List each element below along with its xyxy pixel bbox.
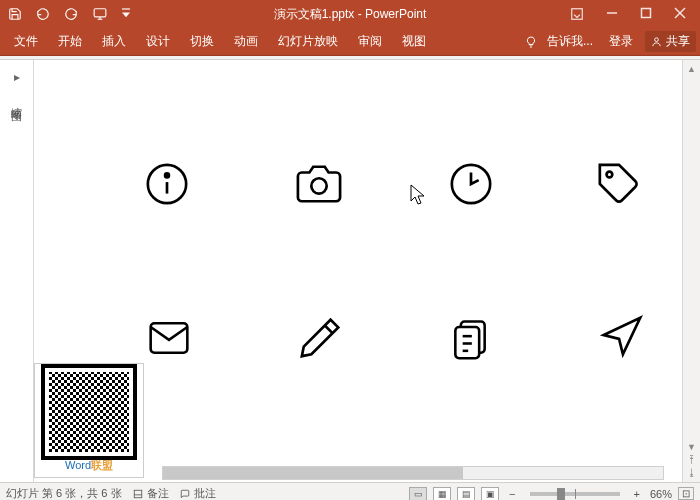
tab-review[interactable]: 审阅 (348, 28, 392, 56)
reading-view-button[interactable]: ▤ (457, 487, 475, 501)
scroll-up-icon[interactable]: ▲ (687, 64, 696, 74)
camera-icon (294, 161, 344, 207)
tell-me-button[interactable]: 告诉我... (543, 28, 597, 56)
tab-transition[interactable]: 切换 (180, 28, 224, 56)
tab-file[interactable]: 文件 (4, 28, 48, 56)
qr-watermark: Word联盟 (34, 363, 144, 478)
quick-access-toolbar (0, 7, 130, 21)
next-slide-icon[interactable]: ⭳ (687, 467, 697, 478)
svg-line-18 (325, 326, 333, 334)
thumbnails-label: 缩略图 (9, 98, 24, 104)
notes-button[interactable]: 备注 (132, 486, 169, 500)
close-icon[interactable] (674, 7, 686, 21)
thumbnail-panel-collapsed: ▸ 缩略图 (0, 60, 34, 482)
comments-button[interactable]: 批注 (179, 486, 216, 500)
minimize-icon[interactable] (606, 7, 618, 21)
share-button[interactable]: 共享 (645, 31, 696, 52)
svg-point-16 (607, 172, 613, 178)
ribbon-tabs: 文件 开始 插入 设计 切换 动画 幻灯片放映 审阅 视图 告诉我... 登录 … (0, 28, 700, 56)
normal-view-button[interactable]: ▭ (409, 487, 427, 501)
navigation-icon (598, 314, 644, 360)
redo-icon[interactable] (64, 7, 78, 21)
tab-home[interactable]: 开始 (48, 28, 92, 56)
tab-view[interactable]: 视图 (392, 28, 436, 56)
svg-rect-7 (642, 9, 651, 18)
horizontal-scrollbar[interactable] (162, 466, 664, 480)
clipboard-icon (448, 314, 492, 362)
maximize-icon[interactable] (640, 7, 652, 21)
start-from-beginning-icon[interactable] (92, 7, 108, 21)
svg-marker-4 (122, 12, 130, 17)
zoom-level[interactable]: 66% (650, 488, 672, 500)
expand-thumbnails-icon[interactable]: ▸ (14, 70, 20, 84)
lightbulb-icon (525, 36, 537, 48)
svg-point-14 (311, 178, 326, 193)
prev-slide-icon[interactable]: ⭱ (687, 454, 697, 465)
svg-rect-25 (134, 490, 142, 498)
slide-canvas-area: Word联盟 (34, 60, 682, 482)
scroll-down-icon[interactable]: ▼ (687, 442, 696, 452)
slide-counter: 幻灯片 第 6 张，共 6 张 (6, 486, 122, 500)
tab-animation[interactable]: 动画 (224, 28, 268, 56)
work-area: ▸ 缩略图 (0, 60, 700, 482)
mail-icon (144, 316, 194, 360)
tab-design[interactable]: 设计 (136, 28, 180, 56)
window-controls (570, 7, 700, 21)
login-button[interactable]: 登录 (603, 28, 639, 56)
clock-icon (448, 161, 494, 207)
qat-customize-icon[interactable] (122, 7, 130, 21)
mouse-cursor (410, 184, 426, 206)
title-bar: 演示文稿1.pptx - PowerPoint (0, 0, 700, 28)
svg-point-13 (165, 173, 169, 177)
slideshow-view-button[interactable]: ▣ (481, 487, 499, 501)
vertical-scrollbar[interactable]: ▲ ▼ ⭱ ⭳ (682, 60, 700, 482)
svg-point-10 (655, 38, 659, 42)
sorter-view-button[interactable]: ▦ (433, 487, 451, 501)
svg-marker-24 (604, 318, 640, 354)
watermark-brand: Word联盟 (65, 458, 113, 473)
svg-rect-17 (151, 323, 188, 352)
tag-icon (596, 161, 642, 207)
zoom-in-button[interactable]: + (630, 488, 644, 500)
ribbon-options-icon[interactable] (570, 7, 584, 21)
zoom-out-button[interactable]: − (505, 488, 519, 500)
pencil-icon (298, 314, 344, 360)
share-label: 共享 (666, 33, 690, 50)
info-icon (144, 161, 190, 207)
window-title: 演示文稿1.pptx - PowerPoint (130, 6, 570, 23)
save-icon[interactable] (8, 7, 22, 21)
tab-slideshow[interactable]: 幻灯片放映 (268, 28, 348, 56)
svg-rect-3 (122, 8, 130, 9)
undo-icon[interactable] (36, 7, 50, 21)
tab-insert[interactable]: 插入 (92, 28, 136, 56)
qr-code-icon (45, 368, 133, 456)
svg-rect-0 (94, 9, 106, 17)
fit-to-window-button[interactable]: ⊡ (678, 487, 694, 500)
status-bar: 幻灯片 第 6 张，共 6 张 备注 批注 ▭ ▦ ▤ ▣ − + 66% ⊡ (0, 482, 700, 500)
zoom-slider[interactable] (530, 492, 620, 496)
